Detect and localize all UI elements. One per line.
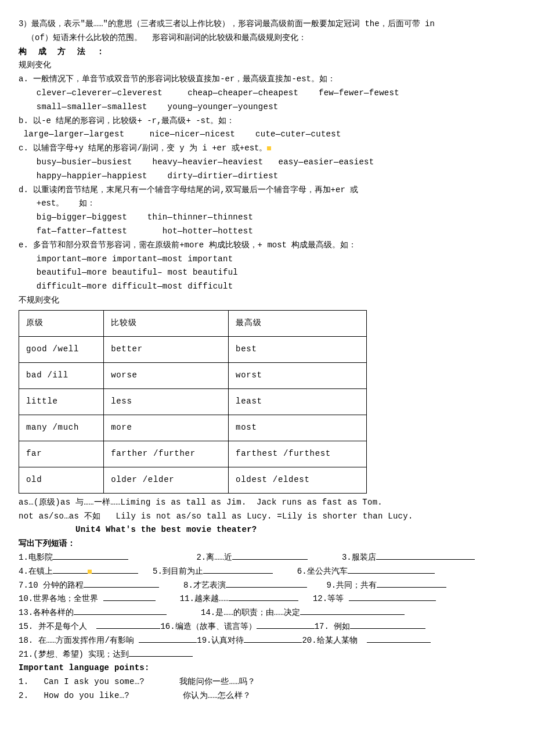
item-text: 是……的职责；由……决定: [215, 608, 300, 617]
item-number: 10.: [19, 592, 33, 606]
item-number: 17.: [315, 620, 329, 634]
irregular-table: 原级 比较级 最高级 good /wellbetterbest bad /ill…: [19, 310, 367, 494]
blank-field[interactable]: [103, 592, 156, 601]
para-superlative-2: （of）短语来什么比较的范围。 形容词和副词的比较级和最高级规则变化：: [19, 31, 515, 45]
heading-regular: 规则变化: [19, 59, 515, 73]
rule-a: a. 一般情况下，单音节或双音节的形容词比较级直接加-er，最高级直接加-est…: [19, 73, 515, 87]
rule-e-ex2: beautiful—more beautiful– most beautiful: [19, 266, 515, 280]
blank-field[interactable]: [376, 551, 475, 560]
blank-field[interactable]: [84, 579, 159, 588]
phrase-line: 18. 在……方面发挥作用/有影响 19.认真对待20.给某人某物: [19, 634, 515, 648]
item-number: 18.: [19, 634, 33, 648]
item-number: 11.: [180, 592, 194, 606]
unit4-title: Unit4 What's the best movie theater?: [19, 523, 515, 537]
item-text: 世界各地；全世界: [33, 594, 103, 603]
item-number: 3.: [342, 551, 352, 565]
item-text: 越来越……: [194, 594, 229, 603]
item-number: 14.: [201, 606, 215, 620]
item-number: 13.: [19, 606, 33, 620]
rule-c: c. 以辅音字母+y 结尾的形容词/副词，变 y 为 i +er 或+est。: [19, 142, 515, 156]
rule-d: d. 以重读闭音节结尾，末尾只有一个辅音字母结尾的词,双写最后一个辅音字母，再加…: [19, 183, 515, 197]
blank-field[interactable]: [229, 592, 298, 601]
blank-field[interactable]: [129, 648, 193, 657]
item-number: 8.: [183, 579, 193, 593]
rule-d-ex2: fat—fatter—fattest hot—hotter—hottest: [19, 225, 515, 239]
item-number: 12.: [313, 592, 327, 606]
blank-field[interactable]: [244, 634, 302, 643]
blank-field[interactable]: [350, 620, 425, 629]
phrase-line: 15. 并不是每个人 16.编造（故事、谎言等）17. 例如: [19, 620, 515, 634]
blank-field[interactable]: [53, 565, 88, 574]
item-text: 例如: [329, 622, 350, 631]
blank-field[interactable]: [226, 579, 307, 588]
blank-field[interactable]: [139, 634, 197, 643]
table-row: good /wellbetterbest: [19, 336, 367, 362]
phrase-line: 10.世界各地；全世界 11.越来越…… 12.等等: [19, 592, 515, 606]
phrase-line: 4.在镇上 5.到目前为止 6.坐公共汽车: [19, 565, 515, 579]
item-number: 5.: [153, 565, 163, 579]
item-text: 等等: [327, 594, 348, 603]
th-base: 原级: [19, 310, 104, 336]
item-text: 编造（故事、谎言等）: [175, 622, 257, 631]
item-number: 6.: [297, 565, 307, 579]
blank-field[interactable]: [377, 579, 446, 588]
phrase-line: 1.电影院 2.离……近 3.服装店: [19, 551, 515, 565]
item-text: 认真对待: [211, 636, 244, 645]
marker-icon: [88, 570, 92, 574]
th-comparative: 比较级: [104, 310, 229, 336]
item-text: 在镇上: [28, 567, 53, 576]
item-number: 20.: [302, 634, 316, 648]
rule-c-ex1: busy—busier—busiest heavy—heavier—heavie…: [19, 156, 515, 170]
blank-field[interactable]: [348, 565, 435, 574]
blank-field[interactable]: [367, 634, 431, 643]
marker-icon: [267, 146, 271, 150]
item-text: 才艺表演: [193, 581, 226, 590]
item-text: 到目前为止: [163, 567, 203, 576]
item-number: 21.: [19, 648, 33, 662]
phrase-line: 21.(梦想、希望) 实现；达到: [19, 648, 515, 662]
table-row: farfarther /furtherfarthest /furthest: [19, 441, 367, 467]
item-number: 19.: [197, 634, 211, 648]
item-text: 在……方面发挥作用/有影响: [33, 636, 139, 645]
blank-field[interactable]: [232, 551, 308, 560]
item-text: 10 分钟的路程: [28, 581, 84, 590]
item-number: 2.: [196, 551, 206, 565]
item-text: 坐公共汽车: [307, 567, 348, 576]
blank-field[interactable]: [203, 565, 273, 574]
blank-field[interactable]: [257, 620, 315, 629]
as-as-line2: not as/so…as 不如 Lily is not as/so tall a…: [19, 510, 515, 524]
blank-field[interactable]: [349, 592, 436, 601]
blank-field[interactable]: [53, 551, 128, 560]
phrase-line: 7.10 分钟的路程 8.才艺表演 9.共同；共有: [19, 579, 515, 593]
blank-field[interactable]: [300, 606, 405, 615]
item-number: 15.: [19, 620, 33, 634]
item-text: (梦想、希望) 实现；达到: [33, 650, 129, 659]
rule-d-b: +est。 如：: [19, 197, 515, 211]
ilp-heading: Important language points:: [19, 661, 515, 675]
table-row: 原级 比较级 最高级: [19, 310, 367, 336]
th-superlative: 最高级: [229, 310, 367, 336]
item-text: 离……近: [206, 553, 232, 562]
blank-field[interactable]: [92, 565, 138, 574]
rule-a-ex2: small—smaller—smallest young—younger—you…: [19, 100, 515, 114]
item-text: 并不是每个人: [33, 622, 96, 631]
para-superlative-1: 3）最高级，表示"最……"的意思（三者或三者以上作比较），形容词最高级前面一般要…: [19, 17, 515, 31]
q2: 2. How do you like…?你认为……怎么样？: [19, 689, 515, 703]
blank-field[interactable]: [96, 620, 160, 629]
table-row: bad /illworseworst: [19, 362, 367, 388]
blank-field[interactable]: [74, 606, 167, 615]
item-number: 1.: [19, 551, 28, 565]
heading-irregular: 不规则变化: [19, 294, 515, 308]
table-row: littlelessleast: [19, 388, 367, 415]
write-phrases-heading: 写出下列短语：: [19, 537, 515, 551]
table-row: oldolder /elderoldest /eldest: [19, 467, 367, 493]
q1: 1. Can I ask you some…?我能问你一些……吗？: [19, 675, 515, 689]
item-number: 16.: [160, 620, 175, 634]
as-as-line1: as…(原级)as 与……一样……Liming is as tall as Ji…: [19, 496, 515, 510]
rule-b-ex1: large—larger—largest nice—nicer—nicest c…: [19, 128, 515, 142]
item-number: 4.: [19, 565, 28, 579]
rule-e: e. 多音节和部分双音节形容词，需在原级前+more 构成比较级，+ most …: [19, 239, 515, 253]
rule-b: b. 以-e 结尾的形容词，比较级+ -r,最高级+ -st。如：: [19, 114, 515, 128]
rule-c-ex2: happy—happier—happiest dirty—dirtier—dir…: [19, 170, 515, 183]
heading-method: 构 成 方 法 ：: [19, 45, 515, 59]
